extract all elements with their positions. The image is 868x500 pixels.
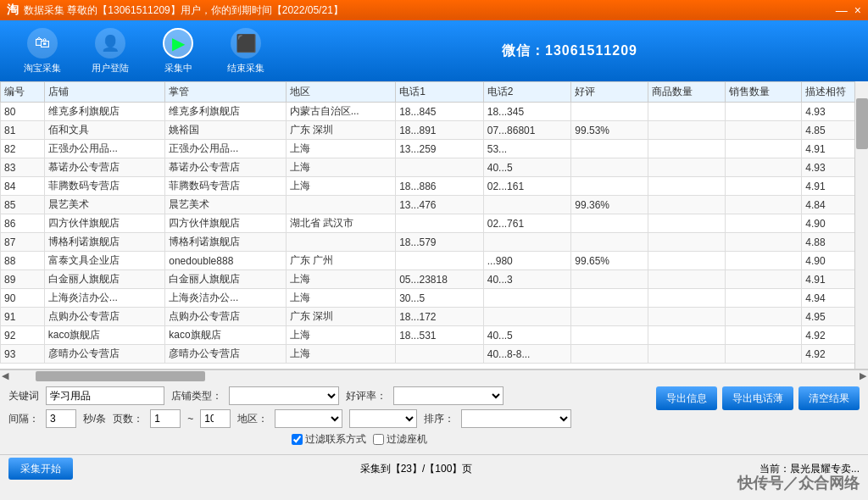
- horizontal-scrollbar[interactable]: ◀ ▶: [0, 369, 868, 381]
- wechat-info: 微信：13061511209: [280, 42, 860, 60]
- table-cell: 富泰文具企业店: [44, 252, 164, 270]
- table-cell: 点购办公专营店: [44, 308, 164, 326]
- table-cell: [648, 140, 725, 158]
- data-table-container: 编号 店铺 掌管 地区 电话1 电话2 好评 商品数量 销售数量 描述相符 80…: [0, 81, 868, 369]
- region-select-city[interactable]: [349, 409, 417, 428]
- table-cell: 87: [1, 233, 45, 252]
- table-cell: 晨艺美术: [165, 196, 286, 214]
- toolbar: 🛍 淘宝采集 👤 用户登陆 ▶ 采集中 ⬛ 结束采集 微信：1306151120…: [0, 20, 868, 81]
- table-cell: 博格利诺旗舰店: [44, 233, 164, 252]
- table-row[interactable]: 81佰和文具姚裕国广东 深圳18...89107...8680199.53%4.…: [1, 121, 868, 140]
- export-info-button[interactable]: 导出信息: [656, 386, 717, 410]
- table-cell: 99.36%: [571, 196, 648, 214]
- minimize-button[interactable]: —: [836, 3, 848, 17]
- scrollbar-thumb[interactable]: [856, 98, 868, 149]
- table-cell: [725, 214, 802, 233]
- taobao-collect-button[interactable]: 🛍 淘宝采集: [8, 22, 76, 80]
- table-row[interactable]: 92kaco旗舰店kaco旗舰店上海18...53140...54.92: [1, 326, 868, 345]
- table-cell: [396, 214, 484, 233]
- pages-to-input[interactable]: [200, 409, 231, 428]
- filter-contact-checkbox[interactable]: [292, 434, 303, 445]
- table-body: 80维克多利旗舰店维克多利旗舰店内蒙古自治区...18...84518...34…: [1, 103, 868, 364]
- filter-landline-checkbox[interactable]: [373, 434, 384, 445]
- table-row[interactable]: 91点购办公专营店点购办公专营店广东 深圳18...1724.95: [1, 308, 868, 326]
- table-row[interactable]: 86四方伙伴旗舰店四方伙伴旗舰店湖北省 武汉市02...7614.90: [1, 214, 868, 233]
- table-cell: 83: [1, 158, 45, 177]
- h-scroll-left-arrow[interactable]: ◀: [0, 370, 10, 381]
- start-collect-button[interactable]: 采集开始: [8, 458, 73, 480]
- clear-results-button[interactable]: 清空结果: [798, 386, 860, 410]
- table-cell: [571, 326, 648, 345]
- table-cell: [648, 177, 725, 196]
- table-cell: 慕诺办公专营店: [165, 158, 286, 177]
- table-cell: 02...761: [483, 214, 571, 233]
- table-cell: [648, 103, 725, 121]
- controls-main: 关键词 店铺类型： 好评率： 间隔： 秒/条 页数： ~: [8, 386, 860, 451]
- table-row[interactable]: 87博格利诺旗舰店博格利诺旗舰店18...5794.88: [1, 233, 868, 252]
- export-tel-button[interactable]: 导出电话薄: [722, 386, 793, 410]
- region-label: 地区：: [237, 412, 268, 426]
- region-select-province[interactable]: [275, 409, 342, 428]
- table-cell: 点购办公专营店: [165, 308, 286, 326]
- table-cell: 13...259: [396, 140, 484, 158]
- vertical-scrollbar[interactable]: [854, 81, 868, 369]
- table-cell: [648, 326, 725, 345]
- table-cell: 上海: [286, 270, 395, 289]
- table-cell: kaco旗舰店: [165, 326, 286, 345]
- table-cell: 菲腾数码专营店: [44, 177, 164, 196]
- table-cell: 上海炎洁办公...: [44, 289, 164, 308]
- play-icon: ▶: [163, 28, 193, 58]
- table-cell: 上海: [286, 177, 395, 196]
- table-cell: [571, 308, 648, 326]
- table-row[interactable]: 80维克多利旗舰店维克多利旗舰店内蒙古自治区...18...84518...34…: [1, 103, 868, 121]
- table-row[interactable]: 90上海炎洁办公...上海炎洁办公...上海30...54.94: [1, 289, 868, 308]
- table-cell: 菲腾数码专营店: [165, 177, 286, 196]
- table-row[interactable]: 89白金丽人旗舰店白金丽人旗舰店上海05...2381840...34.91: [1, 270, 868, 289]
- shoptype-select[interactable]: [229, 386, 339, 405]
- table-cell: 90: [1, 289, 45, 308]
- table-cell: 88: [1, 252, 45, 270]
- table-row[interactable]: 82正强办公用品...正强办公用品...上海13...25953...4.91: [1, 140, 868, 158]
- filter-contact-label[interactable]: 过滤联系方式: [292, 432, 366, 447]
- table-cell: 广东 深圳: [286, 308, 395, 326]
- close-button[interactable]: ×: [854, 3, 861, 17]
- shoptype-label: 店铺类型：: [171, 389, 222, 403]
- collecting-button[interactable]: ▶ 采集中: [144, 22, 212, 80]
- table-cell: 82: [1, 140, 45, 158]
- table-row[interactable]: 83慕诺办公专营店慕诺办公专营店上海40...54.93: [1, 158, 868, 177]
- table-row[interactable]: 93彦晴办公专营店彦晴办公专营店上海40...8-8...4.92: [1, 345, 868, 364]
- table-cell: 白金丽人旗舰店: [44, 270, 164, 289]
- table-cell: [571, 158, 648, 177]
- control-row-1: 关键词 店铺类型： 好评率：: [8, 386, 648, 405]
- keyword-input[interactable]: [46, 386, 164, 405]
- table-cell: 93: [1, 345, 45, 364]
- stop-collect-button[interactable]: ⬛ 结束采集: [212, 22, 280, 80]
- table-row[interactable]: 88富泰文具企业店onedouble888广东 广州...98099.65%4.…: [1, 252, 868, 270]
- user-login-button[interactable]: 👤 用户登陆: [76, 22, 144, 80]
- title-text: 数据采集 尊敬的【13061511209】用户，你的到期时间【2022/05/2…: [24, 3, 343, 18]
- header-region: 地区: [286, 82, 395, 103]
- table-cell: 上海炎洁办公...: [165, 289, 286, 308]
- header-tel1: 电话1: [396, 82, 484, 103]
- table-row[interactable]: 84菲腾数码专营店菲腾数码专营店上海18...88602...1614.91: [1, 177, 868, 196]
- table-cell: 广东 深圳: [286, 121, 395, 140]
- table-row[interactable]: 85晨艺美术晨艺美术13...47699.36%4.84: [1, 196, 868, 214]
- table-cell: [648, 233, 725, 252]
- filter-landline-label[interactable]: 过滤座机: [373, 432, 427, 447]
- table-cell: 99.53%: [571, 121, 648, 140]
- pages-from-input[interactable]: [150, 409, 181, 428]
- sort-select[interactable]: [461, 409, 571, 428]
- interval-input[interactable]: [46, 409, 76, 428]
- table-cell: [571, 345, 648, 364]
- h-scroll-right-arrow[interactable]: ▶: [858, 370, 868, 381]
- title-controls: — ×: [836, 3, 861, 17]
- table-cell: 维克多利旗舰店: [165, 103, 286, 121]
- h-scrollbar-thumb[interactable]: [36, 371, 205, 381]
- rating-select[interactable]: [393, 386, 504, 405]
- control-row-3: 过滤联系方式 过滤座机: [8, 432, 648, 447]
- collecting-label: 采集中: [164, 62, 192, 75]
- title-bar-left: 淘 数据采集 尊敬的【13061511209】用户，你的到期时间【2022/05…: [7, 3, 343, 18]
- header-tel2: 电话2: [483, 82, 571, 103]
- table-cell: 02...161: [483, 177, 571, 196]
- table-cell: 18...886: [396, 177, 484, 196]
